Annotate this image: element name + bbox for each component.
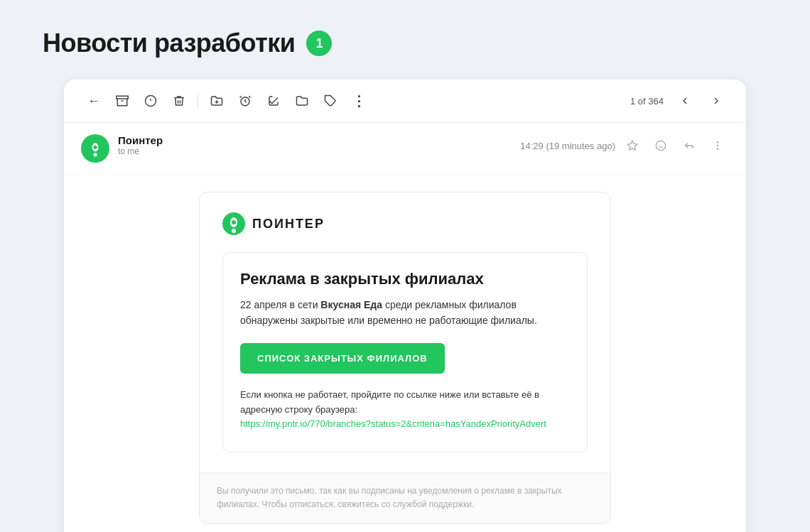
prev-email-button[interactable] bbox=[672, 88, 698, 114]
snooze-button[interactable] bbox=[232, 88, 258, 114]
done-button[interactable] bbox=[261, 88, 286, 114]
folder-button[interactable] bbox=[289, 88, 315, 114]
sender-name: Поинтер bbox=[118, 134, 520, 146]
email-inner-title: Реклама в закрытых филиалах bbox=[240, 270, 570, 288]
move-button[interactable] bbox=[204, 88, 230, 114]
sender-info: Поинтер to me bbox=[118, 134, 520, 156]
email-sender-row: Поинтер to me 14:29 (19 minutes ago) bbox=[64, 123, 746, 175]
email-content-card: поинтер Реклама в закрытых филиалах 22 а… bbox=[199, 192, 611, 524]
sender-to: to me bbox=[118, 146, 520, 156]
delete-button[interactable] bbox=[166, 88, 192, 114]
pagination-text: 1 of 364 bbox=[630, 96, 664, 107]
more-toolbar-button[interactable]: ⋮ bbox=[346, 88, 372, 114]
email-inner-card: Реклама в закрытых филиалах 22 апреля в … bbox=[222, 252, 588, 452]
svg-point-17 bbox=[717, 142, 718, 143]
cta-button[interactable]: СПИСОК ЗАКРЫТЫХ ФИЛИАЛОВ bbox=[240, 343, 445, 374]
svg-point-14 bbox=[656, 141, 665, 150]
star-button[interactable] bbox=[621, 134, 644, 157]
more-email-button[interactable] bbox=[706, 134, 729, 157]
next-email-button[interactable] bbox=[703, 88, 729, 114]
email-card: ← bbox=[64, 80, 746, 532]
archive-button[interactable] bbox=[109, 88, 135, 114]
fallback-text: Если кнопка не работает, пройдите по ссы… bbox=[240, 388, 570, 432]
sender-avatar bbox=[81, 134, 109, 163]
emoji-reaction-button[interactable] bbox=[649, 134, 672, 157]
email-body: поинтер Реклама в закрытых филиалах 22 а… bbox=[64, 175, 746, 532]
svg-point-11 bbox=[93, 146, 97, 149]
footer-text: Вы получили это письмо, так как вы подпи… bbox=[217, 484, 593, 511]
fallback-link[interactable]: https://my.pntr.io/770/branches?status=2… bbox=[240, 418, 546, 429]
notification-badge: 1 bbox=[306, 31, 332, 56]
email-footer: Вы получили это письмо, так как вы подпи… bbox=[200, 472, 610, 523]
email-meta: 14:29 (19 minutes ago) bbox=[520, 134, 729, 157]
svg-marker-13 bbox=[627, 141, 637, 150]
svg-rect-0 bbox=[117, 96, 129, 99]
svg-point-19 bbox=[717, 148, 718, 149]
email-time: 14:29 (19 minutes ago) bbox=[520, 141, 615, 151]
pointer-brand-name: поинтер bbox=[252, 217, 325, 232]
back-button[interactable]: ← bbox=[81, 88, 107, 114]
pointer-logo-icon bbox=[222, 212, 245, 235]
svg-point-23 bbox=[232, 229, 236, 233]
download-button[interactable] bbox=[138, 88, 163, 114]
reply-button[interactable] bbox=[678, 134, 701, 157]
email-toolbar: ← bbox=[64, 80, 746, 123]
svg-point-22 bbox=[232, 220, 236, 224]
tag-button[interactable] bbox=[318, 88, 343, 114]
svg-point-12 bbox=[93, 153, 97, 156]
page-title: Новости разработки bbox=[43, 28, 295, 58]
svg-point-18 bbox=[717, 145, 718, 146]
email-body-text: 22 апреля в сети Вкусная Еда среди рекла… bbox=[240, 297, 570, 329]
pointer-brand-header: поинтер bbox=[222, 212, 588, 235]
